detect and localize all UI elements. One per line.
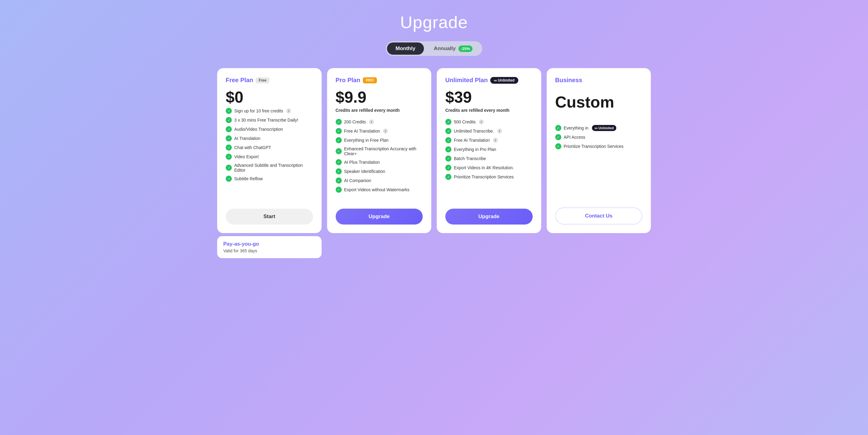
discount-badge: -25% (459, 45, 472, 52)
pro-features-list: ✓ 200 Credits i ✓ Free AI Translation i … (336, 119, 423, 201)
check-icon: ✓ (445, 165, 452, 171)
business-plan-card: Business Custom ✓ Everything in ∞ Unlimi… (547, 68, 651, 233)
check-icon: ✓ (445, 119, 452, 125)
info-icon: i (369, 119, 374, 124)
check-icon: ✓ (555, 134, 561, 140)
free-plan-price: $0 (226, 89, 313, 106)
business-features-spacer: ✓ Everything in ∞ Unlimited ✓ API Access… (555, 125, 643, 200)
check-icon: ✓ (445, 137, 452, 143)
check-icon: ✓ (336, 159, 342, 165)
check-icon: ✓ (336, 137, 342, 143)
business-plan-name: Business (555, 77, 583, 84)
check-icon: ✓ (226, 108, 232, 114)
check-icon: ✓ (336, 187, 342, 193)
feature-item: ✓ Prioritize Transcription Services (555, 143, 643, 149)
pro-plan-wrapper: Pro Plan PRO $9.9 Credits are refilled e… (327, 68, 432, 233)
feature-item: ✓ Advanced Subtitle and Transcription Ed… (226, 163, 313, 173)
payg-card: Pay-as-you-go Valid for 365 days (217, 236, 321, 258)
feature-item: ✓ Batch Transcribe (445, 155, 533, 162)
check-icon: ✓ (226, 126, 232, 132)
check-icon: ✓ (555, 143, 561, 149)
check-icon: ✓ (445, 155, 452, 162)
feature-item: ✓ Enhanced Transcription Accuracy with C… (336, 146, 423, 156)
check-icon: ✓ (226, 135, 232, 142)
unlimited-plan-price: $39 (445, 89, 533, 106)
check-icon: ✓ (336, 119, 342, 125)
info-icon: i (479, 119, 484, 124)
free-plan-wrapper: Free Plan Free $0 ✓ Sign up for 10 free … (217, 68, 321, 258)
business-plan-wrapper: Business Custom ✓ Everything in ∞ Unlimi… (547, 68, 651, 233)
feature-item: ✓ 3 x 30 mins Free Transcrbe Daily! (226, 117, 313, 123)
check-icon: ✓ (226, 145, 232, 151)
feature-item: ✓ Speaker Identification (336, 168, 423, 175)
check-icon: ✓ (336, 168, 342, 175)
unlimited-plan-name: Unlimited Plan (445, 77, 488, 84)
check-icon: ✓ (336, 128, 342, 134)
unlimited-plan-wrapper: Unlimited Plan ∞ Unlimited $39 Credits a… (437, 68, 541, 233)
unlimited-features-list: ✓ 500 Credits i ✓ Unlimited Transcribe. … (445, 119, 533, 201)
pro-upgrade-button[interactable]: Upgrade (336, 209, 423, 224)
payg-subtitle: Valid for 365 days (223, 248, 315, 253)
feature-item: ✓ Export Videos in 4K Resolution. (445, 165, 533, 171)
billing-toggle: Monthly Annually -25% (386, 41, 482, 56)
feature-item: ✓ AI Translation (226, 135, 313, 142)
check-icon: ✓ (445, 146, 452, 152)
pro-plan-card: Pro Plan PRO $9.9 Credits are refilled e… (327, 68, 432, 233)
business-features-list: ✓ Everything in ∞ Unlimited ✓ API Access… (555, 125, 643, 149)
monthly-toggle[interactable]: Monthly (387, 42, 424, 55)
pro-plan-header: Pro Plan PRO (336, 77, 423, 84)
feature-item: ✓ Chat with ChatGPT (226, 145, 313, 151)
pro-plan-price: $9.9 (336, 89, 423, 106)
page-title: Upgrade (400, 12, 468, 32)
check-icon: ✓ (226, 154, 232, 160)
check-icon: ✓ (555, 125, 561, 131)
business-plan-price: Custom (555, 93, 643, 111)
free-start-button[interactable]: Start (226, 209, 313, 224)
check-icon: ✓ (226, 165, 232, 171)
feature-item: ✓ Export Videos without Watermarks (336, 187, 423, 193)
check-icon: ✓ (226, 176, 232, 182)
unlimited-plan-card: Unlimited Plan ∞ Unlimited $39 Credits a… (437, 68, 541, 233)
free-plan-name: Free Plan (226, 77, 253, 84)
pro-plan-name: Pro Plan (336, 77, 361, 84)
feature-item: ✓ 200 Credits i (336, 119, 423, 125)
feature-item: ✓ Video Export (226, 154, 313, 160)
feature-item: ✓ Unlimited Transcribe. i (445, 128, 533, 134)
feature-item: ✓ Free AI Translation i (336, 128, 423, 134)
check-icon: ✓ (226, 117, 232, 123)
check-icon: ✓ (445, 128, 452, 134)
info-icon: i (493, 138, 498, 143)
annually-toggle[interactable]: Annually -25% (425, 42, 481, 55)
unlimited-badge-inline: ∞ Unlimited (592, 125, 616, 131)
pro-price-subtitle: Credits are refilled every month (336, 108, 423, 113)
feature-item: ✓ Sign up for 10 free credits i (226, 108, 313, 114)
feature-item: ✓ Everything in Pro Plan (445, 146, 533, 152)
check-icon: ✓ (336, 178, 342, 184)
check-icon: ✓ (445, 174, 452, 180)
feature-item: ✓ Prioritize Transcription Services (445, 174, 533, 180)
feature-item: ✓ Free AI Translation i (445, 137, 533, 143)
feature-item: ✓ AI Plus Translation (336, 159, 423, 165)
business-contact-button[interactable]: Contact Us (555, 208, 643, 224)
free-plan-header: Free Plan Free (226, 77, 313, 84)
unlimited-upgrade-button[interactable]: Upgrade (445, 209, 533, 224)
free-features-list: ✓ Sign up for 10 free credits i ✓ 3 x 30… (226, 108, 313, 201)
check-icon: ✓ (336, 148, 342, 154)
feature-item: ✓ API Access (555, 134, 643, 140)
feature-item: ✓ Audio/Video Transcription (226, 126, 313, 132)
unlimited-price-subtitle: Credits are refilled every month (445, 108, 533, 113)
feature-item: ✓ Everything in Free Plan (336, 137, 423, 143)
free-plan-card: Free Plan Free $0 ✓ Sign up for 10 free … (217, 68, 321, 233)
feature-item: ✓ AI Companion (336, 178, 423, 184)
feature-item: ✓ 500 Credits i (445, 119, 533, 125)
feature-item: ✓ Everything in ∞ Unlimited (555, 125, 643, 131)
payg-title: Pay-as-you-go (223, 241, 315, 247)
unlimited-plan-badge: ∞ Unlimited (490, 77, 518, 84)
pro-plan-badge: PRO (363, 77, 377, 84)
info-icon: i (497, 129, 502, 133)
plans-container: Free Plan Free $0 ✓ Sign up for 10 free … (217, 68, 651, 258)
free-plan-badge: Free (256, 77, 269, 84)
info-icon: i (286, 108, 291, 113)
unlimited-plan-header: Unlimited Plan ∞ Unlimited (445, 77, 533, 84)
info-icon: i (383, 129, 388, 133)
